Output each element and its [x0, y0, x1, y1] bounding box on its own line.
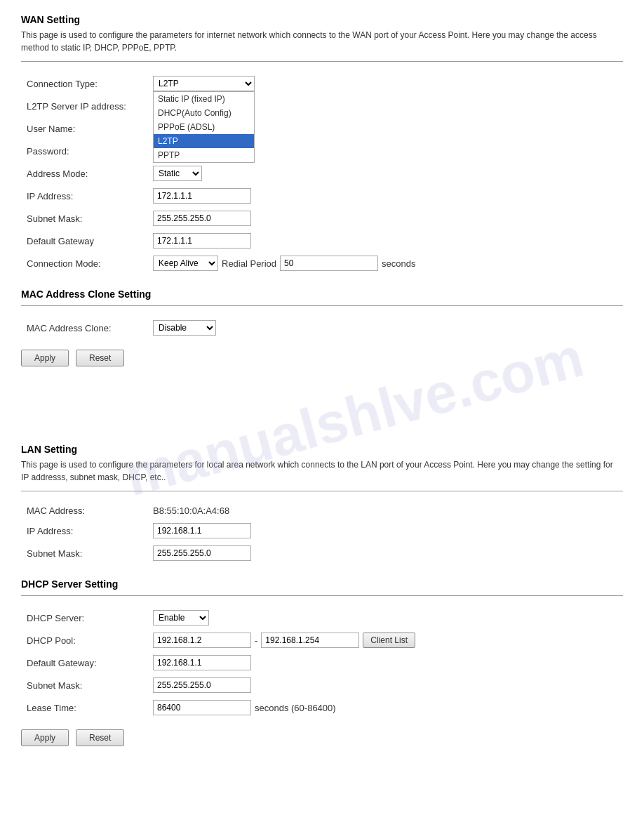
connection-type-select[interactable]: L2TP [153, 76, 255, 91]
lan-description: This page is used to configure the param… [21, 458, 623, 484]
lan-apply-button[interactable]: Apply [21, 729, 69, 746]
dhcp-pool-controls: - Client List [153, 633, 415, 648]
dhcp-form-table: DHCP Server: Enable Disable DHCP Pool: -… [21, 607, 421, 719]
mac-clone-select[interactable]: Disable Enable [153, 320, 216, 336]
wan-divider [21, 61, 623, 62]
wan-description: This page is used to configure the param… [21, 29, 623, 54]
dhcp-divider [21, 595, 623, 596]
wan-apply-button[interactable]: Apply [21, 350, 69, 366]
subnet-mask-input[interactable] [153, 211, 251, 226]
dhcp-server-label: DHCP Server: [21, 607, 147, 629]
subnet-mask-row: Subnet Mask: [21, 207, 421, 230]
option-pppoe[interactable]: PPPoE (ADSL) [154, 120, 254, 134]
lease-time-input[interactable] [153, 700, 251, 715]
dhcp-title: DHCP Server Setting [21, 578, 623, 590]
lan-setting-section: LAN Setting This page is used to configu… [21, 444, 623, 746]
dhcp-default-gateway-input[interactable] [153, 655, 251, 670]
wan-reset-button[interactable]: Reset [76, 350, 124, 366]
dhcp-pool-row: DHCP Pool: - Client List [21, 629, 421, 651]
default-gateway-row: Default Gateway [21, 230, 421, 252]
connection-mode-label: Connection Mode: [21, 252, 147, 274]
lease-time-unit: seconds (60-86400) [255, 703, 336, 713]
dhcp-pool-separator: - [255, 635, 257, 646]
wan-form-table: Connection Type: L2TP Static IP (fixed I… [21, 72, 421, 274]
lan-title: LAN Setting [21, 444, 623, 455]
connection-type-dropdown-open[interactable]: Static IP (fixed IP) DHCP(Auto Config) P… [153, 91, 255, 163]
redial-period-label: Redial Period [222, 258, 276, 269]
lan-subnet-mask-input[interactable] [153, 545, 251, 561]
option-static-ip[interactable]: Static IP (fixed IP) [154, 92, 254, 106]
lease-time-label: Lease Time: [21, 696, 147, 719]
lease-time-controls: seconds (60-86400) [153, 700, 415, 715]
mac-clone-title: MAC Address Clone Setting [21, 289, 623, 300]
spacer [21, 388, 623, 444]
l2tp-server-label: L2TP Server IP address: [21, 95, 147, 117]
default-gateway-label: Default Gateway [21, 230, 147, 252]
lease-time-row: Lease Time: seconds (60-86400) [21, 696, 421, 719]
lan-ip-address-label: IP Address: [21, 519, 147, 542]
option-pptp[interactable]: PPTP [154, 148, 254, 162]
dhcp-default-gateway-label: Default Gateway: [21, 651, 147, 674]
lan-mac-address-row: MAC Address: B8:55:10:0A:A4:68 [21, 502, 257, 519]
redial-unit: seconds [382, 258, 415, 269]
dhcp-server-row: DHCP Server: Enable Disable [21, 607, 421, 629]
default-gateway-input[interactable] [153, 233, 251, 249]
dhcp-server-select[interactable]: Enable Disable [153, 610, 209, 626]
mac-clone-form-table: MAC Address Clone: Disable Enable [21, 317, 222, 339]
wan-buttons-row: Apply Reset [21, 350, 623, 366]
dhcp-subnet-mask-row: Subnet Mask: [21, 674, 421, 696]
lan-mac-address-value: B8:55:10:0A:A4:68 [153, 505, 229, 516]
mac-clone-row: MAC Address Clone: Disable Enable [21, 317, 222, 339]
connection-mode-select[interactable]: Keep Alive On Demand [153, 256, 218, 271]
mac-clone-divider [21, 305, 623, 306]
dhcp-default-gateway-row: Default Gateway: [21, 651, 421, 674]
ip-address-label: IP Address: [21, 185, 147, 207]
option-l2tp-open[interactable]: L2TP [154, 134, 254, 148]
redial-period-input[interactable] [280, 256, 378, 271]
lan-subnet-mask-row: Subnet Mask: [21, 542, 257, 564]
lan-divider [21, 491, 623, 491]
lan-subnet-mask-label: Subnet Mask: [21, 542, 147, 564]
lan-reset-button[interactable]: Reset [76, 729, 124, 746]
ip-address-input[interactable] [153, 188, 251, 204]
subnet-mask-label: Subnet Mask: [21, 207, 147, 230]
dhcp-subnet-mask-label: Subnet Mask: [21, 674, 147, 696]
connection-type-label: Connection Type: [21, 72, 147, 95]
dhcp-subnet-mask-input[interactable] [153, 677, 251, 693]
lan-mac-address-label: MAC Address: [21, 502, 147, 519]
lan-ip-address-row: IP Address: [21, 519, 257, 542]
dhcp-pool-start-input[interactable] [153, 633, 251, 648]
dhcp-pool-label: DHCP Pool: [21, 629, 147, 651]
connection-type-row: Connection Type: L2TP Static IP (fixed I… [21, 72, 421, 95]
connection-mode-controls: Keep Alive On Demand Redial Period secon… [153, 256, 415, 271]
dhcp-pool-end-input[interactable] [261, 633, 359, 648]
ip-address-row: IP Address: [21, 185, 421, 207]
connection-mode-row: Connection Mode: Keep Alive On Demand Re… [21, 252, 421, 274]
option-dhcp[interactable]: DHCP(Auto Config) [154, 106, 254, 120]
wan-setting-section: WAN Setting This page is used to configu… [21, 14, 623, 366]
lan-form-table: MAC Address: B8:55:10:0A:A4:68 IP Addres… [21, 502, 257, 564]
client-list-button[interactable]: Client List [363, 633, 415, 648]
password-label: Password: [21, 140, 147, 162]
connection-type-dropdown-wrapper[interactable]: L2TP Static IP (fixed IP) DHCP(Auto Conf… [153, 76, 255, 91]
user-name-label: User Name: [21, 117, 147, 140]
address-mode-row: Address Mode: Static Dynamic [21, 162, 421, 185]
wan-title: WAN Setting [21, 14, 623, 25]
lan-buttons-row: Apply Reset [21, 729, 623, 746]
lan-ip-address-input[interactable] [153, 523, 251, 538]
address-mode-select[interactable]: Static Dynamic [153, 166, 202, 181]
mac-clone-label: MAC Address Clone: [21, 317, 147, 339]
address-mode-label: Address Mode: [21, 162, 147, 185]
